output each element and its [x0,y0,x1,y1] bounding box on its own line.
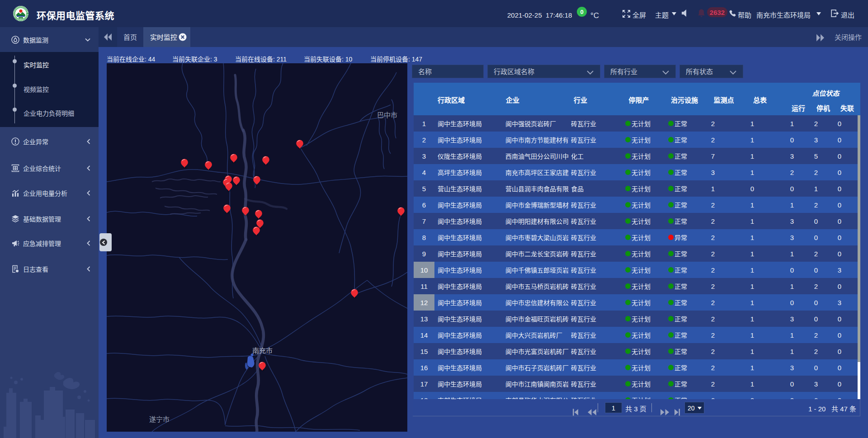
svg-text:南充市: 南充市 [252,347,273,354]
svg-text:遂宁市: 遂宁市 [149,415,170,423]
svg-text:巴中市: 巴中市 [377,111,397,119]
